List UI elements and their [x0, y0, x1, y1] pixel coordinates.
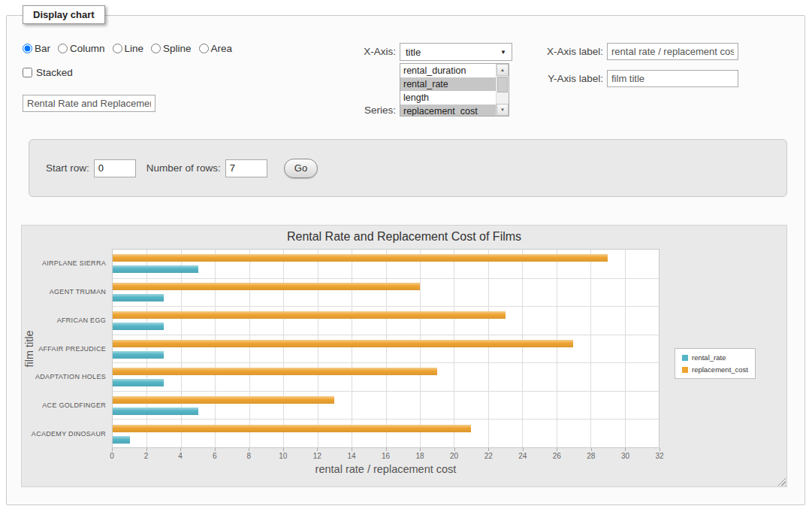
category-label: AFRICAN EGG	[22, 317, 106, 324]
chart-type-area[interactable]: Area	[199, 43, 233, 54]
chevron-down-icon: ▼	[500, 49, 506, 56]
bar-rental_rate[interactable]	[113, 265, 198, 273]
x-tickmark	[523, 448, 524, 451]
bar-rental_rate[interactable]	[113, 436, 130, 444]
x-tickmark	[454, 448, 455, 451]
chart-title: Rental Rate and Replacement Cost of Film…	[22, 230, 786, 244]
x-gridline	[283, 250, 284, 447]
bar-replacement_cost[interactable]	[113, 340, 573, 347]
stacked-checkbox[interactable]	[23, 68, 32, 77]
chart-resize-handle[interactable]	[776, 476, 786, 486]
x-gridline	[590, 250, 591, 447]
chart-title-input[interactable]	[23, 95, 155, 112]
category-label: ADAPTATION HOLES	[22, 373, 106, 380]
listbox-scrollbar[interactable]: ▲ ▼	[496, 64, 509, 116]
bar-replacement_cost[interactable]	[113, 254, 608, 262]
x-tick-label: 10	[272, 452, 294, 460]
chart-type-column[interactable]: Column	[58, 43, 105, 54]
legend-entry-replacement_cost[interactable]: replacement_cost	[682, 365, 748, 374]
x-axis-select[interactable]: title ▼	[400, 43, 512, 61]
x-gridline	[318, 250, 318, 447]
plot-area	[112, 249, 660, 448]
chart-type-radio-line[interactable]	[113, 44, 122, 53]
x-tickmark	[112, 448, 113, 451]
x-gridline	[488, 250, 489, 447]
legend-entry-rental_rate[interactable]: rental_rate	[682, 353, 748, 362]
bar-rental_rate[interactable]	[113, 294, 164, 301]
legend-label: rental_rate	[692, 353, 726, 362]
start-row-label: Start row:	[46, 162, 89, 174]
scrollbar-thumb[interactable]	[497, 77, 508, 92]
series-option-replacement-cost[interactable]: replacement_cost	[400, 105, 496, 116]
y-gridline	[113, 362, 659, 363]
x-gridline	[454, 250, 454, 447]
chart-type-radio-column[interactable]	[58, 44, 68, 53]
x-tick-label: 32	[648, 452, 671, 460]
x-tickmark	[625, 448, 626, 451]
scroll-up-icon[interactable]: ▲	[497, 64, 509, 76]
x-tick-label: 14	[340, 452, 363, 460]
bar-rental_rate[interactable]	[113, 351, 164, 359]
chart-type-spline[interactable]: Spline	[151, 43, 192, 54]
x-tick-label: 24	[512, 452, 534, 460]
bar-rental_rate[interactable]	[113, 379, 164, 386]
radio-label-spline: Spline	[163, 43, 192, 54]
chart-type-radio-bar[interactable]	[23, 44, 32, 53]
chart-type-radio-area[interactable]	[199, 44, 209, 53]
bar-replacement_cost[interactable]	[113, 368, 437, 375]
go-button[interactable]: Go	[284, 159, 318, 178]
x-tickmark	[317, 448, 318, 451]
legend-label: replacement_cost	[692, 365, 748, 374]
y-gridline	[113, 335, 659, 335]
x-tickmark	[386, 448, 387, 451]
radio-label-column: Column	[70, 43, 105, 54]
radio-label-area: Area	[211, 43, 233, 54]
x-tick-label: 8	[237, 452, 260, 460]
scroll-down-icon[interactable]: ▼	[497, 104, 509, 116]
legend-swatch	[682, 367, 688, 373]
series-option-rental-duration[interactable]: rental_duration	[400, 64, 496, 77]
stacked-checkbox-row[interactable]: Stacked	[23, 67, 73, 78]
scrollbar-track[interactable]	[497, 93, 509, 104]
x-tickmark	[352, 448, 352, 451]
x-tick-label: 0	[101, 452, 123, 460]
series-listbox[interactable]: rental_duration rental_rate length repla…	[400, 63, 509, 117]
bar-rental_rate[interactable]	[113, 323, 164, 330]
category-label: ACE GOLDFINGER	[22, 401, 106, 409]
x-axis-label-caption: X-Axis label:	[533, 46, 603, 57]
start-row-input[interactable]	[94, 159, 136, 177]
x-tickmark	[146, 448, 147, 451]
x-gridline	[557, 250, 557, 447]
y-axis-label-input[interactable]	[607, 70, 738, 87]
x-gridline	[522, 250, 523, 447]
chart-x-axis-title: rental rate / replacement cost	[112, 463, 660, 475]
y-axis-label-caption: Y-Axis label:	[533, 73, 603, 84]
chart-type-bar[interactable]: Bar	[23, 43, 50, 54]
bar-replacement_cost[interactable]	[113, 425, 471, 432]
x-gridline	[181, 250, 182, 447]
chart-type-line[interactable]: Line	[113, 43, 144, 54]
num-rows-input[interactable]	[225, 159, 267, 177]
category-label: AGENT TRUMAN	[22, 288, 106, 295]
x-tick-label: 4	[169, 452, 192, 460]
x-tickmark	[420, 448, 421, 451]
category-label: ACADEMY DINOSAUR	[22, 430, 106, 438]
x-gridline	[386, 250, 387, 447]
y-gridline	[113, 306, 659, 307]
x-tickmark	[249, 448, 249, 451]
bar-replacement_cost[interactable]	[113, 396, 334, 404]
x-tick-label: 12	[306, 452, 328, 460]
x-tick-label: 22	[477, 452, 500, 460]
series-option-length[interactable]: length	[400, 91, 496, 105]
bar-replacement_cost[interactable]	[113, 283, 420, 290]
chart-type-radio-spline[interactable]	[151, 44, 161, 53]
bar-replacement_cost[interactable]	[113, 311, 506, 319]
series-option-rental-rate[interactable]: rental_rate	[400, 77, 496, 91]
bar-rental_rate[interactable]	[113, 407, 198, 415]
x-gridline	[625, 250, 626, 447]
x-axis-label-input[interactable]	[607, 43, 738, 60]
x-tickmark	[180, 448, 181, 451]
row-controls-panel: Start row: Number of rows: Go	[29, 139, 787, 197]
x-tickmark	[215, 448, 216, 451]
x-gridline	[146, 250, 147, 447]
